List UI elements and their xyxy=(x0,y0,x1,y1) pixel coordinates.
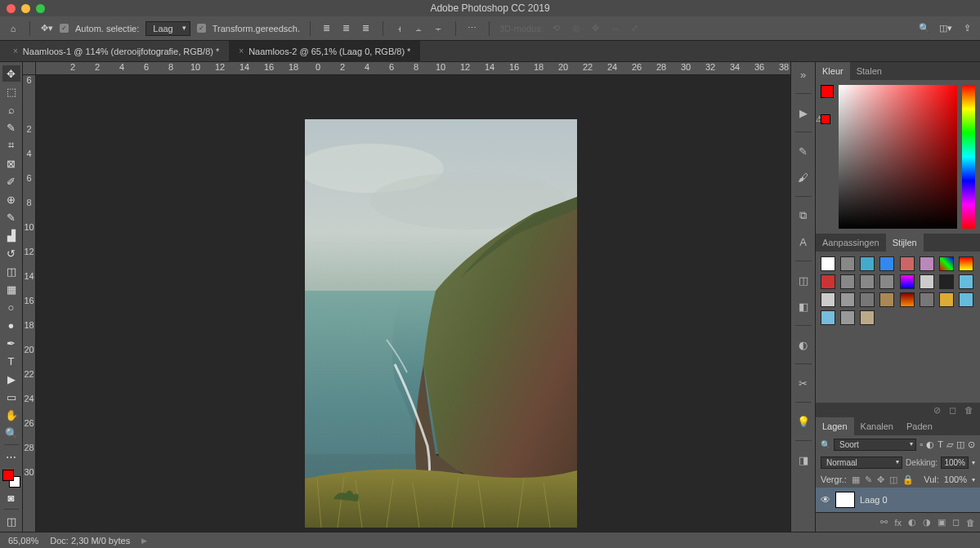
filter-shape-icon[interactable]: ▱ xyxy=(946,439,953,450)
style-swatch[interactable] xyxy=(900,256,915,271)
fill-input[interactable]: 100% xyxy=(944,474,967,484)
align-center-h-icon[interactable]: ≣ xyxy=(340,22,353,35)
canvas-area[interactable]: 2246810121416180246810121416182022242628… xyxy=(23,62,790,532)
tab-aanpassingen[interactable]: Aanpassingen xyxy=(816,234,886,252)
zoom-tool[interactable]: 🔍 xyxy=(2,425,20,441)
filter-type-icon[interactable]: T xyxy=(937,439,943,449)
style-swatch[interactable] xyxy=(920,292,934,307)
tab-kleur[interactable]: Kleur xyxy=(816,62,850,80)
style-swatch[interactable] xyxy=(879,256,894,271)
style-swatch[interactable] xyxy=(860,310,875,325)
properties-icon[interactable]: ◐ xyxy=(796,337,811,352)
style-swatch[interactable] xyxy=(920,274,934,289)
tab-stalen[interactable]: Stalen xyxy=(850,62,888,80)
style-swatch[interactable] xyxy=(920,256,934,271)
ruler-vertical[interactable]: 624681012141618202224262830 xyxy=(23,75,36,532)
shape-tool[interactable]: ▭ xyxy=(2,389,20,405)
foreground-swatch[interactable] xyxy=(821,85,834,98)
delete-icon[interactable]: 🗑 xyxy=(964,405,973,415)
opacity-input[interactable]: 100% xyxy=(941,457,969,469)
document-canvas[interactable] xyxy=(305,119,577,528)
style-swatch[interactable] xyxy=(821,256,835,271)
style-swatch[interactable] xyxy=(840,310,855,325)
style-swatch[interactable] xyxy=(900,292,915,307)
libraries-icon[interactable]: ◫ xyxy=(796,273,811,287)
actions-icon[interactable]: ✂ xyxy=(796,376,811,390)
style-swatch[interactable] xyxy=(959,292,973,307)
expand-icon[interactable]: » xyxy=(796,67,811,82)
link-layers-icon[interactable]: ⚯ xyxy=(880,517,888,528)
transform-checkbox[interactable]: ✓ xyxy=(197,24,206,33)
marquee-tool[interactable]: ⬚ xyxy=(2,83,20,100)
tab-paden[interactable]: Paden xyxy=(900,417,939,435)
style-swatch[interactable] xyxy=(821,310,835,325)
screen-mode-tool[interactable]: ◫ xyxy=(2,513,20,529)
info-icon[interactable]: 💡 xyxy=(796,414,811,429)
style-swatch[interactable] xyxy=(840,274,855,289)
edit-toolbar[interactable]: ⋯ xyxy=(2,448,20,465)
filter-pixel-icon[interactable]: ▫ xyxy=(920,439,923,449)
share-icon[interactable]: ⇪ xyxy=(960,22,973,35)
style-swatch[interactable] xyxy=(860,274,875,289)
tab-stijlen[interactable]: Stijlen xyxy=(886,234,924,252)
navigator-icon[interactable]: ◨ xyxy=(796,452,811,467)
layer-style-icon[interactable]: fx xyxy=(894,518,902,528)
warning-swatch[interactable] xyxy=(821,114,830,124)
home-icon[interactable]: ⌂ xyxy=(7,22,20,35)
style-swatch[interactable] xyxy=(900,274,915,289)
tab-lagen[interactable]: Lagen xyxy=(816,417,854,435)
style-swatch[interactable] xyxy=(879,274,894,289)
layer-name[interactable]: Laag 0 xyxy=(860,495,888,505)
align-center-v-icon[interactable]: ⫠ xyxy=(413,22,426,35)
hue-slider[interactable] xyxy=(962,85,975,229)
minimize-window[interactable] xyxy=(21,4,30,13)
lasso-tool[interactable]: ⌕ xyxy=(2,101,20,118)
character-icon[interactable]: A xyxy=(796,234,811,249)
lock-all-icon[interactable]: 🔒 xyxy=(902,474,914,485)
brushes-icon[interactable]: 🖌 xyxy=(796,170,811,185)
zoom-level[interactable]: 65,08% xyxy=(8,536,38,546)
style-swatch[interactable] xyxy=(939,292,954,307)
type-tool[interactable]: T xyxy=(2,353,20,369)
dodge-tool[interactable]: ● xyxy=(2,317,20,333)
ruler-horizontal[interactable]: 2246810121416180246810121416182022242628… xyxy=(36,62,790,75)
quick-mask-tool[interactable]: ◙ xyxy=(2,489,20,506)
group-icon[interactable]: ▣ xyxy=(937,517,946,528)
style-swatch[interactable] xyxy=(939,274,954,289)
eyedropper-tool[interactable]: ✐ xyxy=(2,173,20,189)
learn-icon[interactable]: ◧ xyxy=(796,299,811,314)
lock-transparent-icon[interactable]: ▦ xyxy=(852,474,860,485)
stamp-tool[interactable]: ▟ xyxy=(2,227,20,243)
align-top-icon[interactable]: ⫞ xyxy=(393,22,406,35)
style-swatch[interactable] xyxy=(959,256,973,271)
layer-row[interactable]: 👁 Laag 0 xyxy=(816,488,980,512)
blur-tool[interactable]: ○ xyxy=(2,299,20,315)
style-swatch[interactable] xyxy=(860,256,875,271)
foreground-color[interactable] xyxy=(2,470,14,481)
filter-toggle-icon[interactable]: ⊙ xyxy=(968,439,975,450)
close-icon[interactable]: × xyxy=(13,47,18,56)
lock-pixels-icon[interactable]: ✎ xyxy=(865,474,872,485)
close-window[interactable] xyxy=(7,4,16,13)
tab-doc-1[interactable]: ×Naamloos-1 @ 114% (derooijfotografie, R… xyxy=(3,41,229,62)
style-swatch[interactable] xyxy=(939,256,954,271)
style-swatch[interactable] xyxy=(821,292,835,307)
hand-tool[interactable]: ✋ xyxy=(2,407,20,423)
visibility-icon[interactable]: 👁 xyxy=(821,494,830,506)
style-swatch[interactable] xyxy=(879,292,894,307)
lock-position-icon[interactable]: ✥ xyxy=(877,474,884,485)
search-icon[interactable]: 🔍 xyxy=(918,22,931,35)
style-swatch[interactable] xyxy=(821,274,835,289)
pen-tool[interactable]: ✒ xyxy=(2,335,20,351)
auto-select-checkbox[interactable]: ✓ xyxy=(60,24,69,33)
quick-select-tool[interactable]: ✎ xyxy=(2,119,20,136)
blend-mode-dropdown[interactable]: Normaal xyxy=(821,457,902,469)
history-icon[interactable]: ▶ xyxy=(796,105,811,120)
new-layer-icon[interactable]: ◻ xyxy=(952,517,960,528)
gradient-tool[interactable]: ▦ xyxy=(2,281,20,297)
align-left-icon[interactable]: ≣ xyxy=(320,22,333,35)
style-swatch[interactable] xyxy=(860,292,875,307)
style-swatch[interactable] xyxy=(959,274,973,289)
brush-settings-icon[interactable]: ✎ xyxy=(796,144,811,158)
tab-kanalen[interactable]: Kanalen xyxy=(854,417,900,435)
